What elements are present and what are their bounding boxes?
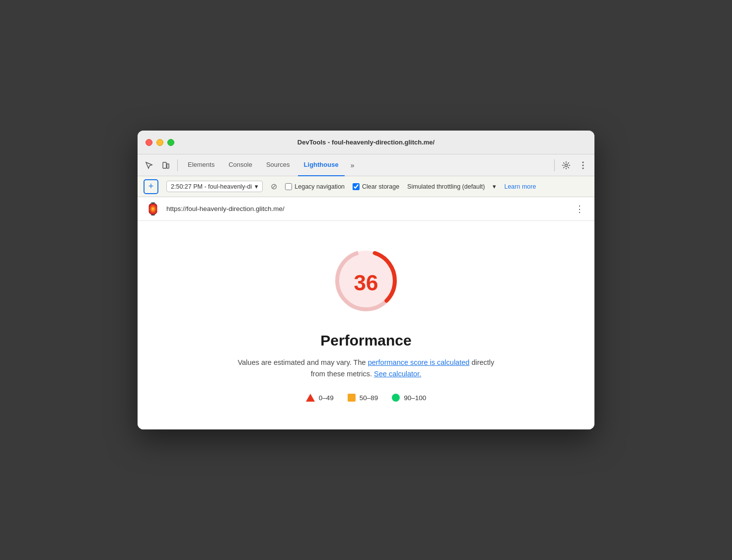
calculator-link[interactable]: See calculator. — [374, 370, 421, 378]
window-title: DevTools - foul-heavenly-direction.glitc… — [297, 139, 435, 146]
minimize-button[interactable] — [156, 139, 163, 146]
settings-icon[interactable] — [559, 158, 574, 173]
learn-more-link[interactable]: Learn more — [504, 183, 536, 190]
traffic-lights — [146, 139, 174, 146]
tab-console[interactable]: Console — [222, 154, 258, 176]
clear-storage-label[interactable]: Clear storage — [353, 183, 399, 190]
toolbar-right — [552, 158, 590, 173]
yellow-square-icon — [348, 394, 356, 402]
audit-timestamp: 2:50:27 PM - foul-heavenly-di — [171, 183, 252, 190]
legend-range-red: 0–49 — [319, 394, 334, 402]
score-value: 36 — [354, 271, 378, 295]
svg-point-3 — [583, 161, 584, 163]
main-content: 36 Performance Values are estimated and … — [138, 221, 594, 429]
legend-range-green: 90–100 — [404, 394, 426, 402]
url-bar: 🏮 https://foul-heavenly-direction.glitch… — [138, 197, 594, 221]
svg-rect-1 — [167, 164, 169, 168]
page-url: https://foul-heavenly-direction.glitch.m… — [166, 205, 567, 212]
select-element-icon[interactable] — [142, 158, 156, 173]
legend-range-yellow: 50–89 — [360, 394, 378, 402]
tab-sources[interactable]: Sources — [260, 154, 296, 176]
legend-item-yellow: 50–89 — [348, 394, 378, 402]
svg-point-5 — [583, 167, 584, 169]
options-bar: + 2:50:27 PM - foul-heavenly-di ▾ ⊘ Lega… — [138, 176, 594, 197]
legacy-navigation-checkbox[interactable] — [285, 183, 292, 190]
throttling-dropdown[interactable]: ▾ — [493, 183, 496, 190]
legacy-navigation-label[interactable]: Legacy navigation — [285, 183, 345, 190]
svg-rect-0 — [163, 162, 166, 168]
legend-item-green: 90–100 — [392, 394, 426, 402]
close-button[interactable] — [146, 139, 152, 146]
url-menu-button[interactable]: ⋮ — [573, 202, 586, 216]
toolbar-divider-2 — [554, 159, 555, 171]
tab-lighthouse[interactable]: Lighthouse — [298, 154, 345, 176]
device-toggle-icon[interactable] — [158, 158, 173, 173]
throttling-chevron-icon: ▾ — [493, 183, 496, 190]
audit-selector[interactable]: 2:50:27 PM - foul-heavenly-di ▾ — [166, 181, 263, 192]
red-triangle-icon — [306, 394, 315, 402]
svg-point-4 — [583, 164, 584, 166]
devtools-toolbar: Elements Console Sources Lighthouse » — [138, 154, 594, 176]
tabs-overflow-button[interactable]: » — [347, 154, 359, 176]
block-icon[interactable]: ⊘ — [271, 182, 277, 191]
performance-title: Performance — [320, 332, 411, 349]
more-options-icon[interactable] — [576, 158, 590, 173]
performance-description: Values are estimated and may vary. The p… — [237, 357, 495, 380]
clear-storage-checkbox[interactable] — [353, 183, 360, 190]
perf-score-link[interactable]: performance score is calculated — [368, 358, 470, 366]
maximize-button[interactable] — [167, 139, 174, 146]
legend-item-red: 0–49 — [306, 394, 334, 402]
green-circle-icon — [392, 394, 400, 402]
throttling-text: Simulated throttling (default) — [407, 183, 485, 190]
svg-point-2 — [565, 164, 568, 166]
title-bar: DevTools - foul-heavenly-direction.glitc… — [138, 131, 594, 154]
tab-elements[interactable]: Elements — [182, 154, 220, 176]
devtools-window: DevTools - foul-heavenly-direction.glitc… — [138, 131, 594, 429]
toolbar-divider-1 — [177, 159, 178, 171]
chevron-down-icon: ▾ — [255, 183, 258, 190]
lighthouse-logo: 🏮 — [146, 202, 160, 216]
score-legend: 0–49 50–89 90–100 — [306, 394, 427, 402]
new-audit-button[interactable]: + — [144, 179, 158, 194]
score-gauge: 36 — [326, 241, 406, 320]
